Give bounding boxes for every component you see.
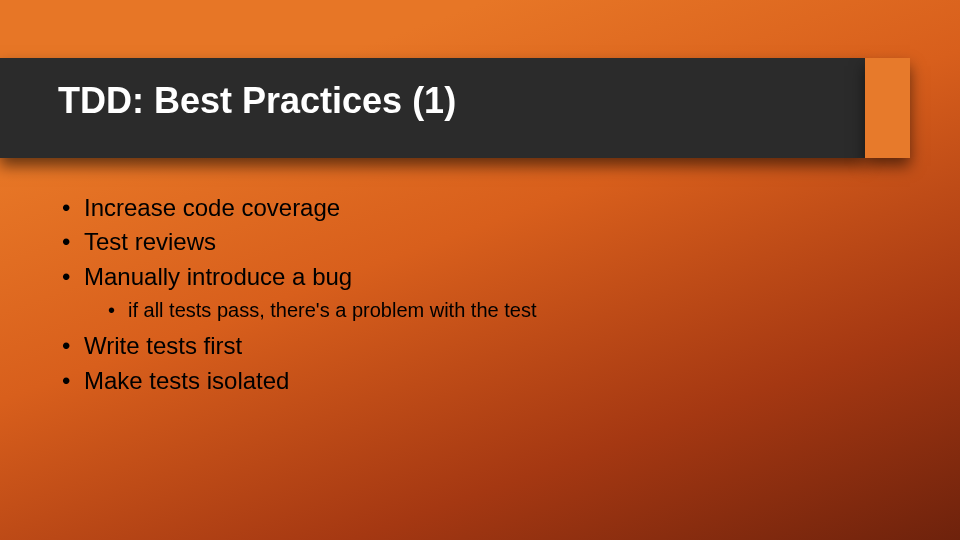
- bullet-text: Write tests first: [84, 332, 242, 359]
- sub-bullet-item: if all tests pass, there's a problem wit…: [84, 297, 900, 324]
- slide-body: Increase code coverage Test reviews Manu…: [62, 190, 900, 399]
- bullet-text: Make tests isolated: [84, 367, 289, 394]
- slide-title: TDD: Best Practices (1): [58, 80, 456, 122]
- bullet-item: Make tests isolated: [62, 365, 900, 397]
- bullet-item: Manually introduce a bug if all tests pa…: [62, 261, 900, 324]
- sub-bullet-text: if all tests pass, there's a problem wit…: [128, 299, 536, 321]
- bullet-text: Manually introduce a bug: [84, 263, 352, 290]
- bullet-text: Increase code coverage: [84, 194, 340, 221]
- bullet-item: Test reviews: [62, 226, 900, 258]
- bullet-item: Write tests first: [62, 330, 900, 362]
- bullet-item: Increase code coverage: [62, 192, 900, 224]
- title-bar-accent: [865, 58, 910, 158]
- slide: TDD: Best Practices (1) Increase code co…: [0, 0, 960, 540]
- bullet-text: Test reviews: [84, 228, 216, 255]
